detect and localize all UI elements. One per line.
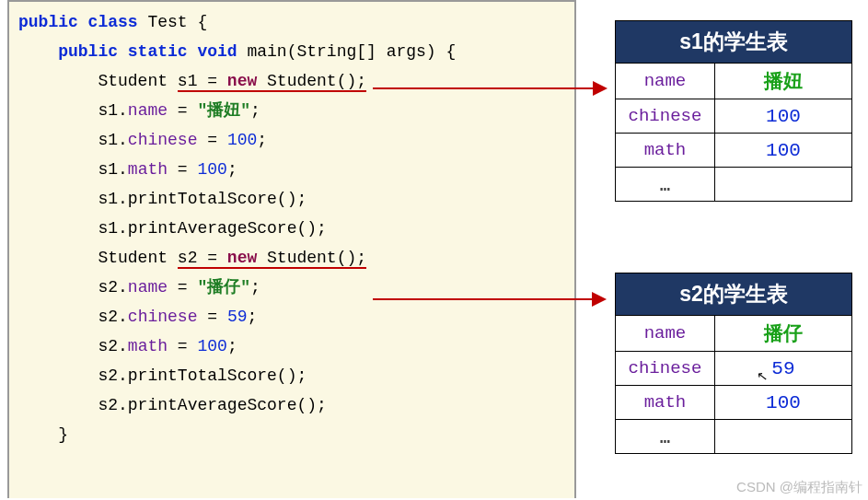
table-row: chinese59	[616, 352, 852, 386]
table-row: math100	[616, 134, 852, 168]
table-header: s2的学生表	[616, 273, 852, 316]
code-line-s1-new: Student s1 = new Student();	[18, 66, 574, 96]
table-row: name播妞	[616, 64, 852, 99]
kw-public-static-void: public static void	[18, 42, 237, 61]
s1-student-table: s1的学生表 name播妞 chinese100 math100 …	[615, 20, 852, 202]
kw-public-class: public class	[18, 13, 138, 31]
code-line-s2-new: Student s2 = new Student();	[18, 243, 574, 273]
code-rest: main(String[] args) {	[237, 42, 457, 61]
code-rest: Test {	[138, 13, 208, 31]
table-header: s1的学生表	[616, 21, 852, 64]
s2-student-table: s2的学生表 name播仔 chinese59 math100 …	[615, 273, 852, 454]
table-row: …	[616, 168, 852, 202]
watermark: CSDN @编程指南针	[736, 479, 862, 496]
code-panel: public class Test { public static void m…	[7, 0, 576, 498]
table-row: math100	[616, 386, 852, 420]
table-row: chinese100	[616, 99, 852, 134]
table-row: name播仔	[616, 316, 852, 352]
table-row: …	[616, 420, 852, 454]
